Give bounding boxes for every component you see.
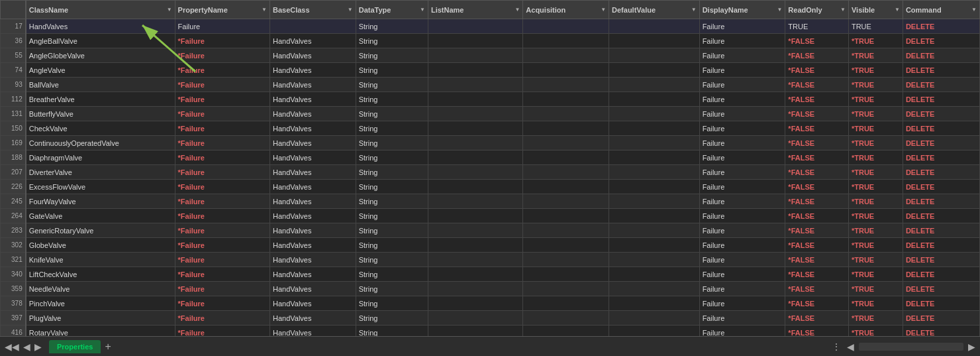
- cell-listname: [428, 180, 522, 194]
- col-header-f[interactable]: Acquisition ▼: [523, 1, 609, 19]
- col-b-filter-icon[interactable]: ▼: [262, 7, 267, 13]
- add-sheet-button[interactable]: +: [102, 341, 113, 353]
- cell-listname: [428, 326, 522, 337]
- cell-listname: [428, 63, 522, 78]
- cell-command[interactable]: DELETE: [903, 238, 979, 253]
- col-a-filter-icon[interactable]: ▼: [167, 7, 172, 13]
- cell-command[interactable]: DELETE: [903, 121, 979, 136]
- cell-classname: CheckValve: [26, 121, 175, 136]
- cell-acquisition: [523, 282, 609, 296]
- col-e-filter-icon[interactable]: ▼: [514, 7, 520, 13]
- cell-command[interactable]: DELETE: [903, 223, 979, 238]
- scroll-right-arrow[interactable]: ▶: [966, 341, 977, 352]
- col-j-filter-icon[interactable]: ▼: [895, 7, 900, 13]
- cell-propertyname: *Failure: [175, 282, 270, 296]
- scroll-left-arrow[interactable]: ◀: [845, 341, 856, 352]
- sheet-tab-properties[interactable]: Properties: [49, 340, 101, 353]
- cell-command[interactable]: DELETE: [903, 326, 979, 337]
- row-number: 340: [1, 267, 26, 282]
- cell-displayname: Failure: [699, 19, 785, 34]
- cell-command[interactable]: DELETE: [903, 194, 979, 209]
- cell-baseclass: HandValves: [270, 326, 356, 337]
- cell-visible: *TRUE: [848, 223, 903, 238]
- cell-classname: GenericRotaryValve: [26, 223, 175, 238]
- cell-command[interactable]: DELETE: [903, 78, 979, 92]
- cell-readonly: *FALSE: [785, 194, 849, 209]
- bottom-right-area: ⋮ ◀ ▶: [828, 341, 977, 352]
- cell-readonly: *FALSE: [785, 107, 849, 121]
- horizontal-scrollbar[interactable]: ◀ ▶: [845, 341, 977, 352]
- col-k-filter-icon[interactable]: ▼: [971, 7, 977, 13]
- cell-command[interactable]: DELETE: [903, 311, 979, 326]
- cell-acquisition: [523, 253, 609, 267]
- table-row: 264GateValve*FailureHandValvesStringFail…: [1, 209, 980, 223]
- cell-command[interactable]: DELETE: [903, 267, 979, 282]
- cell-defaultvalue: [609, 253, 700, 267]
- cell-baseclass: HandValves: [270, 150, 356, 165]
- col-h-label: DisplayName: [703, 6, 748, 14]
- nav-arrow-left-left[interactable]: ◀◀: [3, 341, 21, 352]
- scroll-track[interactable]: [859, 343, 963, 351]
- cell-command[interactable]: DELETE: [903, 165, 979, 180]
- cell-baseclass: HandValves: [270, 92, 356, 107]
- cell-readonly: *FALSE: [785, 267, 849, 282]
- cell-datatype: String: [356, 19, 428, 34]
- col-d-filter-icon[interactable]: ▼: [420, 7, 425, 13]
- cell-baseclass: HandValves: [270, 296, 356, 311]
- table-row: 188DiaphragmValve*FailureHandValvesStrin…: [1, 150, 980, 165]
- cell-baseclass: HandValves: [270, 121, 356, 136]
- cell-baseclass: HandValves: [270, 48, 356, 63]
- col-header-k[interactable]: Command ▼: [903, 1, 979, 19]
- col-f-filter-icon[interactable]: ▼: [601, 7, 606, 13]
- col-header-b[interactable]: PropertyName ▼: [175, 1, 270, 19]
- cell-command[interactable]: DELETE: [903, 19, 979, 34]
- cell-command[interactable]: DELETE: [903, 63, 979, 78]
- cell-command[interactable]: DELETE: [903, 296, 979, 311]
- cell-classname: AngleBallValve: [26, 34, 175, 48]
- cell-defaultvalue: [609, 78, 700, 92]
- row-number: 150: [1, 121, 26, 136]
- nav-arrow-left[interactable]: ◀: [21, 341, 32, 352]
- cell-command[interactable]: DELETE: [903, 92, 979, 107]
- col-c-filter-icon[interactable]: ▼: [348, 7, 353, 13]
- cell-defaultvalue: [609, 34, 700, 48]
- cell-datatype: String: [356, 223, 428, 238]
- cell-displayname: Failure: [699, 223, 785, 238]
- cell-command[interactable]: DELETE: [903, 34, 979, 48]
- col-header-i[interactable]: ReadOnly ▼: [785, 1, 849, 19]
- cell-readonly: *FALSE: [785, 165, 849, 180]
- cell-command[interactable]: DELETE: [903, 209, 979, 223]
- cell-listname: [428, 34, 522, 48]
- table-row: 416RotaryValve*FailureHandValvesStringFa…: [1, 326, 980, 337]
- col-i-filter-icon[interactable]: ▼: [840, 7, 846, 13]
- col-g-filter-icon[interactable]: ▼: [691, 7, 697, 13]
- nav-arrow-right[interactable]: ▶: [32, 341, 44, 352]
- col-header-c[interactable]: BaseClass ▼: [270, 1, 356, 19]
- cell-command[interactable]: DELETE: [903, 282, 979, 296]
- col-header-h[interactable]: DisplayName ▼: [699, 1, 785, 19]
- col-header-j[interactable]: Visible ▼: [848, 1, 903, 19]
- col-header-a[interactable]: ClassName ▼: [26, 1, 175, 19]
- cell-listname: [428, 238, 522, 253]
- row-number: 112: [1, 92, 26, 107]
- cell-command[interactable]: DELETE: [903, 48, 979, 63]
- cell-readonly: *FALSE: [785, 63, 849, 78]
- cell-command[interactable]: DELETE: [903, 107, 979, 121]
- cell-datatype: String: [356, 282, 428, 296]
- cell-listname: [428, 253, 522, 267]
- cell-command[interactable]: DELETE: [903, 136, 979, 150]
- cell-baseclass: HandValves: [270, 311, 356, 326]
- cell-command[interactable]: DELETE: [903, 253, 979, 267]
- cell-classname: GlobeValve: [26, 238, 175, 253]
- row-number: 36: [1, 34, 26, 48]
- cell-command[interactable]: DELETE: [903, 180, 979, 194]
- col-h-filter-icon[interactable]: ▼: [777, 7, 782, 13]
- cell-propertyname: *Failure: [175, 48, 270, 63]
- cell-readonly: *FALSE: [785, 311, 849, 326]
- cell-command[interactable]: DELETE: [903, 150, 979, 165]
- cell-displayname: Failure: [699, 326, 785, 337]
- col-header-d[interactable]: DataType ▼: [356, 1, 428, 19]
- cell-acquisition: [523, 238, 609, 253]
- col-header-g[interactable]: DefaultValue ▼: [609, 1, 700, 19]
- col-header-e[interactable]: ListName ▼: [428, 1, 522, 19]
